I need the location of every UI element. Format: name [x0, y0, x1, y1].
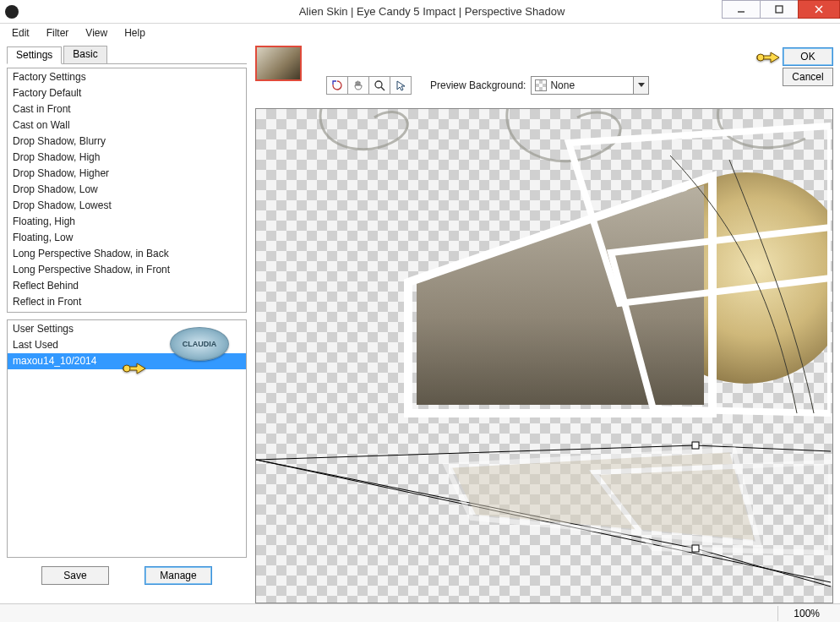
preview-bg-value: None	[550, 79, 575, 91]
preview-canvas[interactable]	[255, 108, 833, 603]
minimize-button[interactable]	[722, 0, 761, 19]
list-item[interactable]: Drop Shadow, Lowest	[8, 198, 246, 214]
zoom-icon[interactable]	[368, 76, 390, 95]
tab-row: Settings Basic	[7, 46, 247, 64]
save-button[interactable]: Save	[41, 566, 109, 585]
tool-icons	[327, 76, 412, 95]
svg-point-5	[375, 81, 382, 88]
list-item[interactable]: Drop Shadow, Low	[8, 182, 246, 198]
list-item[interactable]: Reflect in Front	[8, 294, 246, 310]
pan-icon[interactable]	[347, 76, 369, 95]
tutorial-pointer-icon	[122, 358, 147, 379]
window-controls	[723, 0, 840, 19]
svg-rect-22	[692, 545, 699, 552]
list-item[interactable]: Drop Shadow, Higher	[8, 166, 246, 182]
menu-filter[interactable]: Filter	[40, 25, 76, 41]
list-item[interactable]: Long Perspective Shadow, in Front	[8, 262, 246, 278]
factory-settings-list[interactable]: Factory Settings Factory Default Cast in…	[8, 68, 246, 312]
svg-rect-1	[776, 6, 783, 13]
transparency-swatch-icon	[535, 79, 547, 91]
list-item[interactable]: Floating, Low	[8, 230, 246, 246]
chevron-down-icon	[633, 77, 648, 94]
title-bar: Alien Skin | Eye Candy 5 Impact | Perspe…	[0, 0, 840, 24]
svg-rect-21	[692, 442, 699, 449]
maximize-button[interactable]	[760, 0, 799, 19]
menu-view[interactable]: View	[79, 25, 114, 41]
preview-bg-select[interactable]: None	[531, 76, 649, 95]
list-item[interactable]: Long Perspective Shadow, in Back	[8, 246, 246, 262]
tab-basic[interactable]: Basic	[63, 46, 106, 63]
settings-buttons: Save Manage	[7, 566, 247, 585]
tab-settings[interactable]: Settings	[7, 46, 62, 64]
cancel-button[interactable]: Cancel	[783, 68, 833, 86]
tutorial-pointer-icon	[755, 47, 781, 68]
list-item[interactable]: Floating, High	[8, 214, 246, 230]
zoom-level: 100%	[777, 606, 835, 621]
manage-button[interactable]: Manage	[145, 566, 212, 585]
factory-settings-panel: Factory Settings Factory Default Cast in…	[7, 68, 247, 313]
author-badge: CLAUDIA	[170, 327, 229, 361]
factory-settings-header: Factory Settings	[8, 68, 246, 85]
svg-point-7	[757, 54, 764, 61]
menu-edit[interactable]: Edit	[5, 25, 36, 41]
badge-label: CLAUDIA	[170, 327, 229, 361]
list-item[interactable]: Cast in Front	[8, 101, 246, 117]
list-item[interactable]: Factory Default	[8, 85, 246, 101]
pointer-icon[interactable]	[390, 76, 412, 95]
user-settings-panel: User Settings Last Used maxou14_10/2014 …	[7, 319, 247, 558]
menu-bar: Edit Filter View Help	[0, 24, 840, 42]
rotate-icon[interactable]	[326, 76, 348, 95]
list-item[interactable]: Reflect in Front - Faint	[8, 310, 246, 312]
close-button[interactable]	[798, 0, 840, 19]
list-item[interactable]: Cast on Wall	[8, 117, 246, 134]
preview-bg-label: Preview Background:	[430, 79, 526, 91]
list-item[interactable]: Drop Shadow, Blurry	[8, 134, 246, 150]
svg-point-4	[123, 365, 130, 372]
svg-line-6	[381, 87, 385, 90]
svg-marker-9	[417, 185, 704, 405]
status-bar: 100%	[0, 603, 840, 622]
app-icon	[5, 5, 19, 19]
ok-button[interactable]: OK	[783, 47, 833, 66]
list-item[interactable]: Drop Shadow, High	[8, 150, 246, 166]
list-item[interactable]: Reflect Behind	[8, 278, 246, 294]
preview-thumbnail[interactable]	[255, 46, 302, 81]
menu-help[interactable]: Help	[117, 25, 152, 41]
window-title: Alien Skin | Eye Candy 5 Impact | Perspe…	[24, 5, 840, 18]
